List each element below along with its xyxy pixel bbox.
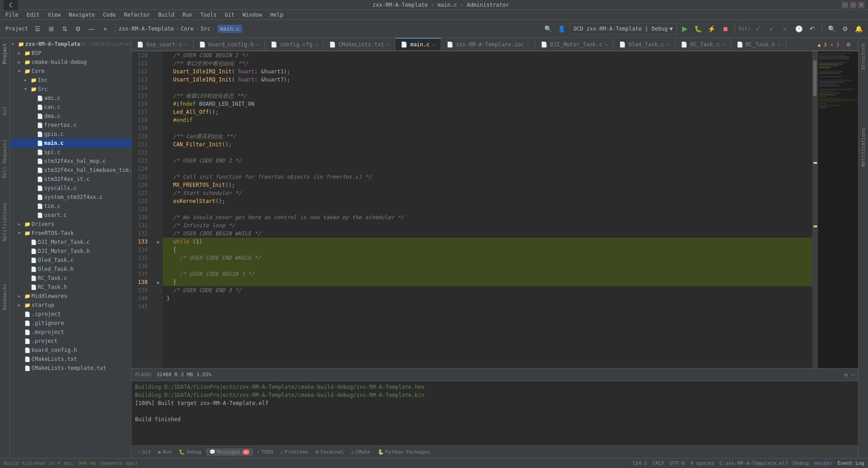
tree-stm-tim[interactable]: 📄 stm32f4xx_hal_timebase_tim.c [10, 166, 131, 175]
notifications-btn[interactable]: 🔔 [853, 23, 864, 35]
status-branch[interactable]: master [814, 460, 832, 466]
tree-gitignore[interactable]: 📄 .gitignore [10, 319, 131, 328]
tree-main[interactable]: 📄 main.c [10, 139, 131, 148]
tree-stm-msp[interactable]: 📄 stm32f4xx_hal_msp.c [10, 157, 131, 166]
breadcrumb-src[interactable]: Src [201, 26, 211, 32]
minimize-button[interactable]: ─ [842, 2, 848, 8]
messages-tool-btn[interactable]: 💬 Messages ✕ [206, 449, 253, 455]
fold-btn-138[interactable]: ◉ [155, 278, 161, 286]
cmake-tool-btn[interactable]: △ CMake [348, 449, 373, 455]
tab-oled[interactable]: 📄 Oled_Task.c ✕ [614, 38, 676, 50]
tree-tim[interactable]: 📄 tim.c [10, 202, 131, 211]
event-log-btn[interactable]: Event Log [837, 460, 864, 466]
window-controls[interactable]: ─ □ ✕ [842, 2, 864, 8]
menu-build[interactable]: Build [154, 11, 178, 19]
search-everywhere-btn[interactable]: 🔍 [542, 23, 554, 35]
git-undo-btn[interactable]: ↶ [806, 23, 818, 35]
tree-freertos[interactable]: 📄 freertos.c [10, 121, 131, 130]
git-tool-btn[interactable]: ⑂ Git [135, 449, 154, 455]
close-tab-rc-h[interactable]: ✕ [778, 42, 781, 47]
status-charset[interactable]: UTF-8 [670, 460, 685, 466]
scrollbar-thumb[interactable] [813, 60, 817, 96]
tree-syscalls[interactable]: 📄 syscalls.c [10, 184, 131, 193]
settings-btn[interactable]: ⚙ [72, 23, 84, 35]
tab-cmakelists[interactable]: 📄 CMakeLists.txt ✕ [324, 38, 395, 50]
tree-system[interactable]: 📄 system_stm32f4xx.c [10, 193, 131, 202]
settings-gear-btn[interactable]: ⚙ [839, 23, 851, 35]
layout-btn[interactable]: ⇅ [59, 23, 71, 35]
menu-navigate[interactable]: Navigate [65, 11, 99, 19]
tree-can[interactable]: 📄 can.c [10, 103, 131, 112]
tab-main[interactable]: 📄 main.c ✕ [395, 38, 441, 50]
structure-btn[interactable]: ⊞ [45, 23, 57, 35]
tab-dji[interactable]: 📄 DJI_Motor_Task.c ✕ [535, 38, 614, 50]
tab-rc-h[interactable]: 📄 RC_Task.h ✕ [731, 38, 787, 50]
close-tab-config[interactable]: ✕ [315, 42, 318, 47]
close-tab-oled[interactable]: ✕ [667, 42, 669, 47]
tree-project[interactable]: 📄 .project [10, 337, 131, 346]
tree-root[interactable]: ▼ 📁 zxx-RM-A-Template D:\1DATA\CLionProj… [10, 40, 131, 49]
tree-rc-c[interactable]: 📄 RC_Task.c [10, 274, 131, 283]
expand-btn[interactable]: + [99, 23, 111, 35]
tree-stm-it[interactable]: 📄 stm32f4xx_it.c [10, 175, 131, 184]
tree-dji-c[interactable]: 📄 DJI_Motor_Task.c [10, 238, 131, 247]
tree-oled-c[interactable]: 📄 Oled_Task.c [10, 256, 131, 265]
close-tab-board[interactable]: ✕ [257, 42, 259, 47]
breadcrumb-core[interactable]: Core [181, 26, 194, 32]
tree-oled-h[interactable]: 📄 Oled_Task.h [10, 265, 131, 274]
tree-spi[interactable]: 📄 spi.c [10, 148, 131, 157]
breadcrumb-file[interactable]: main.c [217, 25, 242, 33]
menu-help[interactable]: Help [267, 11, 287, 19]
tree-mxproject[interactable]: 📄 .mxproject [10, 328, 131, 337]
tree-inc[interactable]: ▶ 📁 Inc [10, 76, 131, 85]
git-update-btn[interactable]: ✓ [752, 23, 764, 35]
stop-button[interactable]: ⏹ [719, 23, 731, 35]
close-tab-main[interactable]: ✕ [433, 42, 435, 47]
tree-bsp[interactable]: ▶ 📁 BSP [10, 49, 131, 58]
tab-config[interactable]: 📄 config.cfg ✕ [265, 38, 324, 50]
git-panel-tab[interactable]: Git [2, 104, 8, 117]
tab-settings-btn[interactable]: ⚙ [843, 39, 854, 50]
git-history-btn[interactable]: 🕐 [793, 23, 805, 35]
debug-tool-btn[interactable]: 🐛 Debug [176, 449, 204, 455]
code-editor[interactable]: /* USER CODE BEGIN 2 */ /** 串口空闲中断初始化 **… [163, 51, 812, 368]
tab-board-config[interactable]: 📄 board_config.h ✕ [194, 38, 265, 50]
status-position[interactable]: 124:1 [632, 460, 647, 466]
tab-rc-c[interactable]: 📄 RC_Task.c ✕ [675, 38, 731, 50]
maximize-button[interactable]: □ [850, 2, 856, 8]
menu-run[interactable]: Run [179, 11, 196, 19]
tab-bsp-usart[interactable]: 📄 bsp_usart.c ✕ [131, 38, 194, 50]
tree-board-config[interactable]: 📄 board_config.h [10, 346, 131, 355]
menu-code[interactable]: Code [99, 11, 120, 19]
menu-file[interactable]: File [2, 11, 22, 19]
close-tab-cmake[interactable]: ✕ [387, 42, 389, 47]
tree-freertos-task[interactable]: ▼ 📁 FreeRTOS-Task [10, 229, 131, 238]
tree-rc-h[interactable]: 📄 RC_Task.h [10, 283, 131, 292]
menu-edit[interactable]: Edit [23, 11, 43, 19]
run-with-coverage-btn[interactable]: ⚡ [706, 23, 718, 35]
collapse-btn[interactable]: — [86, 23, 98, 35]
tree-cproject[interactable]: 📄 .cproject [10, 310, 131, 319]
tree-adc[interactable]: 📄 adc.c [10, 94, 131, 103]
todo-tool-btn[interactable]: ✓ TODO [254, 449, 276, 455]
terminal-tool-btn[interactable]: ⊞ Terminal [313, 449, 347, 455]
close-tab-dji[interactable]: ✕ [605, 42, 608, 47]
close-tab-bsp[interactable]: ✕ [185, 42, 187, 47]
status-crlf[interactable]: CRLF [652, 460, 665, 466]
panel-minimize-icon[interactable]: — [851, 372, 854, 378]
notifications-right-tab[interactable]: Notifications [860, 126, 866, 168]
tree-startup[interactable]: ▶ 📁 startup [10, 301, 131, 310]
menu-refactor[interactable]: Refactor [120, 11, 154, 19]
run-config-dropdown[interactable]: OCD zxx-RM-A-Template | Debug ▼ [570, 23, 677, 35]
project-panel-tab[interactable]: Project [2, 41, 8, 66]
project-view-btn[interactable]: ☰ [32, 23, 44, 35]
tree-dma[interactable]: 📄 dma.c [10, 112, 131, 121]
tree-src[interactable]: ▼ 📁 Src [10, 85, 131, 94]
tree-cmakelists[interactable]: 📄 CMakeLists.txt [10, 355, 131, 364]
menu-view[interactable]: View [44, 11, 64, 19]
tree-core[interactable]: ▼ 📁 Core [10, 67, 131, 76]
pullrequests-panel-tab[interactable]: Pull Requests [2, 138, 8, 180]
status-indent[interactable]: 4 spaces [690, 460, 714, 466]
python-tool-btn[interactable]: 🐍 Python Packages [375, 449, 433, 455]
fold-btn-133[interactable]: ◉ [155, 238, 161, 246]
